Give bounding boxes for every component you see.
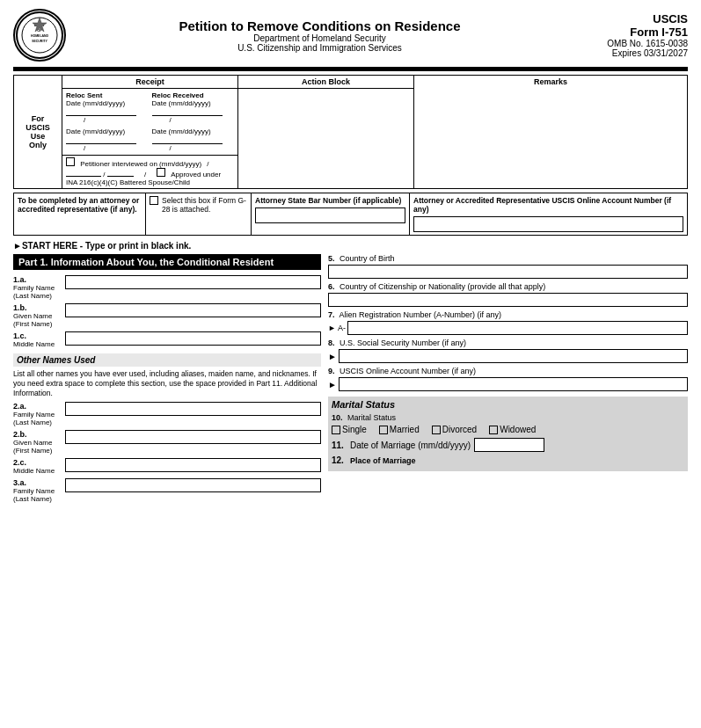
g28-checkbox[interactable] xyxy=(150,196,158,205)
marital-field-num: 10. xyxy=(332,413,343,422)
petitioner-date-field1 xyxy=(66,176,101,177)
date-marriage-input[interactable] xyxy=(474,438,544,452)
marital-widowed-option: Widowed xyxy=(489,425,536,434)
petitioner-date-slash3: / xyxy=(144,171,146,178)
field-3a-num: 3.a. xyxy=(13,478,62,487)
field-1c-label-group: 1.c. Middle Name xyxy=(13,331,62,348)
a-number-input[interactable] xyxy=(347,321,688,335)
field-1c-input[interactable] xyxy=(65,331,321,346)
petitioner-date-slash1: / xyxy=(207,160,208,168)
omb-number: OMB No. 1615-0038 xyxy=(573,39,688,48)
for-uscis-label: ForUSCISUseOnly xyxy=(14,76,62,189)
action-block-header: Action Block xyxy=(238,76,414,89)
field-1b-input[interactable] xyxy=(65,303,321,317)
field-6-input[interactable] xyxy=(328,293,688,307)
other-names-desc: List all other names you have ever used,… xyxy=(13,369,321,398)
left-column: Part 1. Information About You, the Condi… xyxy=(13,254,321,506)
reloc-received-date2-placeholder: Date (mm/dd/yyyy) xyxy=(152,127,235,135)
field-1a-input[interactable] xyxy=(65,275,321,289)
field-1a-label: Family Name(Last Name) xyxy=(13,284,62,300)
field-7-label: 7. Alien Registration Number (A-Number) … xyxy=(328,310,688,319)
header-center: Petition to Remove Conditions on Residen… xyxy=(66,18,573,53)
married-label: Married xyxy=(390,425,420,434)
attorney-col4: Attorney or Accredited Representative US… xyxy=(410,193,688,236)
reloc-sent-label: Reloc Sent xyxy=(66,91,149,99)
field-2b-label-group: 2.b. Given Name(First Name) xyxy=(13,430,62,455)
field-3a: 3.a. Family Name(Last Name) xyxy=(13,478,321,503)
reloc-received-placeholder: Date (mm/dd/yyyy) xyxy=(152,99,235,107)
field-2c-input[interactable] xyxy=(65,458,321,472)
married-checkbox[interactable] xyxy=(379,426,388,434)
ssn-arrow: ► xyxy=(328,352,337,361)
header-divider xyxy=(13,67,688,71)
form-title: Petition to Remove Conditions on Residen… xyxy=(66,18,573,33)
reloc-sent-date2-placeholder: Date (mm/dd/yyyy) xyxy=(66,127,149,135)
field-2b-label: Given Name(First Name) xyxy=(13,439,62,455)
uscis-use-only-table: ForUSCISUseOnly Receipt Action Block Rem… xyxy=(13,75,688,189)
field-2c: 2.c. Middle Name xyxy=(13,458,321,475)
field-2c-num: 2.c. xyxy=(13,458,62,467)
reloc-received-slash2: / xyxy=(170,144,235,152)
field-9-label: 9. USCIS Online Account Number (if any) xyxy=(328,367,688,375)
date-of-marriage-row: 11. Date of Marriage (mm/dd/yyyy) xyxy=(332,438,684,452)
petitioner-date-field2 xyxy=(107,176,134,177)
bar-number-input[interactable] xyxy=(255,207,405,223)
field-1c-num: 1.c. xyxy=(13,331,62,340)
bar-number-label: Attorney State Bar Number (if applicable… xyxy=(255,196,405,205)
marital-status-section: Marital Status 10. Marital Status Single… xyxy=(328,397,688,471)
place-marriage-label: Place of Marriage xyxy=(350,456,416,465)
start-here-label: ►START HERE - Type or print in black ink… xyxy=(13,241,688,251)
petitioner-checkbox[interactable] xyxy=(66,157,75,166)
field-7-group: 7. Alien Registration Number (A-Number) … xyxy=(328,310,688,335)
g28-label: Select this box if Form G-28 is attached… xyxy=(162,196,247,214)
marital-single-option: Single xyxy=(332,425,367,434)
ssn-input[interactable] xyxy=(339,349,688,363)
field-5-input[interactable] xyxy=(328,265,688,279)
main-content: Part 1. Information About You, the Condi… xyxy=(13,254,688,506)
reloc-received-slash: / xyxy=(170,116,235,124)
field-1a: 1.a. Family Name(Last Name) xyxy=(13,275,321,300)
dept-name: Department of Homeland Security xyxy=(66,33,573,43)
field-3a-input[interactable] xyxy=(65,478,321,492)
field-1c-label: Middle Name xyxy=(13,340,62,348)
field-5-num: 5. xyxy=(328,254,335,263)
single-checkbox[interactable] xyxy=(332,426,340,434)
reloc-received-date-line xyxy=(152,107,223,116)
page-header: DEPT OF HOMELAND SECURITY Petition to Re… xyxy=(13,9,688,62)
widowed-checkbox[interactable] xyxy=(489,426,498,434)
field-2c-label: Middle Name xyxy=(13,467,62,475)
approved-checkbox[interactable] xyxy=(157,168,165,177)
field-2a-input[interactable] xyxy=(65,402,321,416)
ssn-row: ► xyxy=(328,349,688,363)
field-1b-num: 1.b. xyxy=(13,303,62,312)
field-1b-label: Given Name(First Name) xyxy=(13,312,62,328)
reloc-sent-received: Reloc Sent Date (mm/dd/yyyy) / Reloc Rec… xyxy=(62,89,238,156)
a-number-arrow: ► A- xyxy=(328,324,346,332)
divorced-checkbox[interactable] xyxy=(432,426,441,434)
uscis-account-number-input[interactable] xyxy=(339,377,688,391)
single-label: Single xyxy=(342,425,367,434)
svg-text:SECURITY: SECURITY xyxy=(32,40,47,43)
marital-options: Single Married Divorced Widowed xyxy=(332,425,684,434)
marital-field-label: 10. Marital Status xyxy=(332,413,684,422)
action-block-cell xyxy=(238,89,414,189)
field-7-text: Alien Registration Number (A-Number) (if… xyxy=(340,310,502,319)
uscis-account-input[interactable] xyxy=(413,216,683,232)
field-2b-input[interactable] xyxy=(65,430,321,444)
reloc-received-label: Reloc Received xyxy=(152,91,235,99)
receipt-header: Receipt xyxy=(62,76,238,89)
field-8-text: U.S. Social Security Number (if any) xyxy=(340,339,466,347)
field-8-group: 8. U.S. Social Security Number (if any) … xyxy=(328,339,688,363)
marital-field-text: Marital Status xyxy=(347,413,396,422)
divorced-label: Divorced xyxy=(442,425,477,434)
agency-name: U.S. Citizenship and Immigration Service… xyxy=(66,43,573,53)
marital-married-option: Married xyxy=(379,425,420,434)
widowed-label: Widowed xyxy=(500,425,536,434)
uscis-account-label: Attorney or Accredited Representative US… xyxy=(413,196,683,214)
svg-text:HOMELAND: HOMELAND xyxy=(31,34,49,38)
place-of-marriage-row: 12. Place of Marriage xyxy=(332,455,684,465)
other-names-header: Other Names Used xyxy=(13,353,321,367)
date-marriage-label: Date of Marriage (mm/dd/yyyy) xyxy=(350,440,471,450)
date-marriage-num: 11. xyxy=(332,440,344,450)
petitioner-date-slash2: / xyxy=(103,171,105,178)
